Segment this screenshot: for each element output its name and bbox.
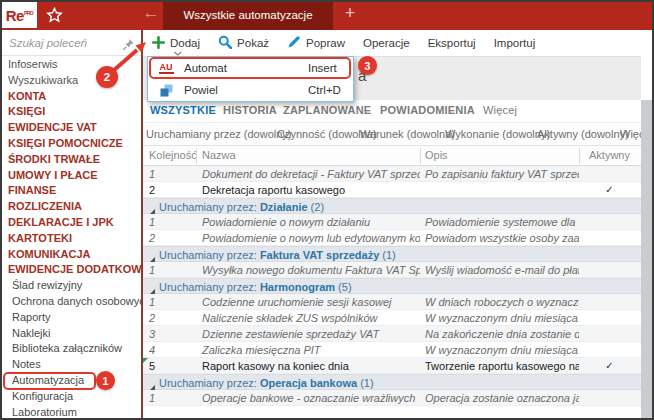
cell-aktywny: ✓ <box>579 358 640 374</box>
sidebar-item-laboratorium[interactable]: Laboratorium <box>2 405 141 418</box>
table-row[interactable]: 1Operacje bankowe - oznaczanie wrażliwyc… <box>143 390 641 406</box>
sidebar-item-raporty[interactable]: Raporty <box>2 310 141 326</box>
button-label: Importuj <box>494 37 536 49</box>
sidebar-item-biblioteka-za-cznik-w[interactable]: Biblioteka załączników <box>2 341 141 357</box>
toolbar: DodajPokażPoprawOperacjeEksportujImportu… <box>143 30 641 56</box>
logo-text: RePRO <box>6 7 34 24</box>
eksportuj-button[interactable]: Eksportuj <box>419 30 485 56</box>
page-title: a <box>358 67 366 84</box>
button-label: Eksportuj <box>428 37 476 49</box>
table-row[interactable]: 1Powiadomienie o nowym działaniuPowiadom… <box>143 214 641 230</box>
vertical-scrollbar[interactable] <box>641 100 652 418</box>
operacje-button[interactable]: Operacje <box>354 30 419 56</box>
cell-aktywny: ✓ <box>579 182 640 198</box>
table-row[interactable]: 1Codzienne uruchomienie sesji kasowejW d… <box>143 294 641 310</box>
tab-zaplanowane[interactable]: ZAPLANOWANE <box>283 104 371 116</box>
sidebar-item-rodki-trwa-e[interactable]: ŚRODKI TRWAŁE <box>2 152 141 168</box>
sidebar-item-konta[interactable]: KONTA <box>2 89 141 105</box>
cell-opis: Wyślij wiadomość e-mail do płatnika... <box>420 262 579 278</box>
table-row[interactable]: 2Naliczenie składek ZUS wspólnikówW wyzn… <box>143 310 641 326</box>
add-dropdown-menu: AUAutomatInsertPowielCtrl+D <box>147 56 354 102</box>
cell-nazwa: Dokument do dekretacji - Faktury VAT spr… <box>196 166 420 182</box>
column-separator[interactable] <box>579 148 580 164</box>
column-separator[interactable] <box>196 148 197 164</box>
cell-opis: W wyznaczonym dniu miesiąca zosta... <box>420 310 579 326</box>
cell-nazwa: Operacje bankowe - oznaczanie wrażliwych <box>196 390 420 406</box>
pin-icon[interactable] <box>122 37 135 55</box>
sidebar-item-deklaracje-i-jpk[interactable]: DEKLARACJE I JPK <box>2 215 141 231</box>
sidebar-item-ochrona-danych-osobowych[interactable]: Ochrona danych osobowych <box>2 294 141 310</box>
dodaj-button[interactable]: Dodaj <box>143 30 209 56</box>
sidebar-item-umowy-i-p-ace[interactable]: UMOWY I PŁACE <box>2 168 141 184</box>
sidebar-item-ewidencje-dodatkowe[interactable]: EWIDENCJE DODATKOWE <box>2 262 141 278</box>
group-header-dzia-anie[interactable]: Uruchamiany przez: Działanie (2) <box>143 198 641 214</box>
table-row[interactable]: 2Powiadomienie o nowym lub edytowanym ko… <box>143 230 641 246</box>
window-tab-active[interactable]: Wszystkie automatyzacje <box>163 0 333 30</box>
table-row[interactable]: 4Zaliczka miesięczna PITW wyznaczonym dn… <box>143 342 641 358</box>
copy-icon <box>156 84 176 97</box>
group-header-label: Uruchamiany przez: Operacja bankowa (1) <box>159 375 374 391</box>
sidebar-item-konfiguracja[interactable]: Konfiguracja <box>2 389 141 405</box>
cell-kolejnosc: 1 <box>143 262 196 278</box>
column-header-aktywny[interactable]: Aktywny <box>579 149 640 161</box>
popraw-button[interactable]: Popraw <box>278 30 354 56</box>
group-header-harmonogram[interactable]: Uruchamiany przez: Harmonogram (5) <box>143 278 641 294</box>
table-row[interactable]: 2Dekretacja raportu kasowego✓ <box>143 182 641 198</box>
sidebar-item-rozliczenia[interactable]: ROZLICZENIA <box>2 199 141 215</box>
app-logo[interactable]: RePRO <box>2 2 37 28</box>
cell-nazwa: Dekretacja raportu kasowego <box>196 182 420 198</box>
sidebar-item-ewidencje-vat[interactable]: EWIDENCJE VAT <box>2 120 141 136</box>
importuj-button[interactable]: Importuj <box>485 30 545 56</box>
sidebar-item-ksi-gi[interactable]: KSIĘGI <box>2 104 141 120</box>
filter-aktywny-dowolny[interactable]: Aktywny (dowolny) <box>537 128 629 140</box>
magnifier-icon <box>218 35 232 51</box>
cell-kolejnosc: 2 <box>143 310 196 326</box>
sidebar-item-ksi-gi-pomocnicze[interactable]: KSIĘGI POMOCNICZE <box>2 136 141 152</box>
column-header-kolejnosc[interactable]: Kolejność <box>149 149 197 161</box>
tab-wi-cej[interactable]: Więcej <box>483 104 517 116</box>
button-label: Operacje <box>363 37 410 49</box>
table-row[interactable]: 1Dokument do dekretacji - Faktury VAT sp… <box>143 166 641 182</box>
tab-historia[interactable]: HISTORIA <box>223 104 277 116</box>
cell-kolejnosc: 1 <box>143 294 196 310</box>
menu-item-powiel[interactable]: PowielCtrl+D <box>148 79 353 101</box>
table-row[interactable]: 3Dzienne zestawienie sprzedaży VATNa zak… <box>143 326 641 342</box>
menu-item-automat[interactable]: AUAutomatInsert <box>148 57 353 79</box>
column-header-opis[interactable]: Opis <box>425 149 448 161</box>
sidebar-nav: InfoserwisWyszukiwarkaKONTAKSIĘGIEWIDENC… <box>2 57 141 418</box>
tab-powiadomienia[interactable]: POWIADOMIENIA <box>380 104 475 116</box>
table-row[interactable]: 5Raport kasowy na koniec dniaTworzenie r… <box>143 358 641 374</box>
column-separator[interactable] <box>420 148 421 164</box>
button-label: Popraw <box>306 37 345 49</box>
sidebar-item-kartoteki[interactable]: KARTOTEKI <box>2 231 141 247</box>
sidebar-item-infoserwis[interactable]: Infoserwis <box>2 57 141 73</box>
sidebar-item-wyszukiwarka[interactable]: Wyszukiwarka <box>2 73 141 89</box>
column-header-nazwa[interactable]: Nazwa <box>202 149 236 161</box>
poka-button[interactable]: Pokaż <box>209 30 278 56</box>
cell-nazwa: Powiadomienie o nowym lub edytowanym kom… <box>196 230 420 246</box>
sidebar-item-notes[interactable]: Notes <box>2 357 141 373</box>
sidebar-item-automatyzacja[interactable]: Automatyzacja <box>2 373 141 389</box>
cell-opis: W dniach roboczych o wyznaczonej g... <box>420 294 579 310</box>
back-arrow-icon[interactable]: ← <box>140 3 162 23</box>
filter-uruchamiany-przez-dowolny[interactable]: Uruchamiany przez (dowolny) <box>146 128 292 140</box>
sidebar-item-lad-rewizyjny[interactable]: Ślad rewizyjny <box>2 278 141 294</box>
search-input[interactable] <box>9 34 119 52</box>
sidebar-item-komunikacja[interactable]: KOMUNIKACJA <box>2 247 141 263</box>
group-header-faktura-vat-sprzeda-y[interactable]: Uruchamiany przez: Faktura VAT sprzedaży… <box>143 246 641 262</box>
table-row[interactable]: 1Wysyłka nowego dokumentu Faktura VAT Sp… <box>143 262 641 278</box>
automat-au-icon: AU <box>156 62 176 74</box>
sidebar-item-naklejki[interactable]: Naklejki <box>2 326 141 342</box>
new-tab-plus-icon[interactable]: + <box>340 3 360 24</box>
cell-nazwa: Naliczenie składek ZUS wspólników <box>196 310 420 326</box>
filter-wykonanie-dowolny[interactable]: Wykonanie (dowolny) <box>445 128 550 140</box>
favorites-star-icon[interactable] <box>46 7 63 27</box>
group-header-operacja-bankowa[interactable]: Uruchamiany przez: Operacja bankowa (1) <box>143 374 641 390</box>
menu-item-label: Automat <box>184 62 227 74</box>
cell-kolejnosc: 5 <box>143 358 196 374</box>
sidebar-item-finanse[interactable]: FINANSE <box>2 183 141 199</box>
plus-icon <box>152 36 165 51</box>
cell-nazwa: Powiadomienie o nowym działaniu <box>196 214 420 230</box>
filter-warunek-dowolna[interactable]: Warunek (dowolna) <box>360 128 455 140</box>
tab-wszystkie[interactable]: WSZYSTKIE <box>150 104 216 116</box>
